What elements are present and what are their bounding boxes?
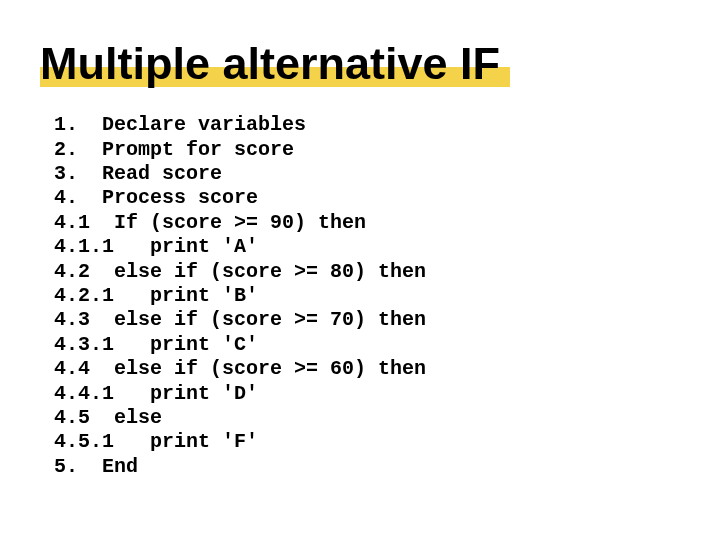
slide-title: Multiple alternative IF [40, 40, 500, 87]
pseudocode-block: 1. Declare variables 2. Prompt for score… [54, 113, 670, 479]
title-wrap: Multiple alternative IF [40, 40, 500, 87]
slide: Multiple alternative IF 1. Declare varia… [0, 0, 720, 540]
